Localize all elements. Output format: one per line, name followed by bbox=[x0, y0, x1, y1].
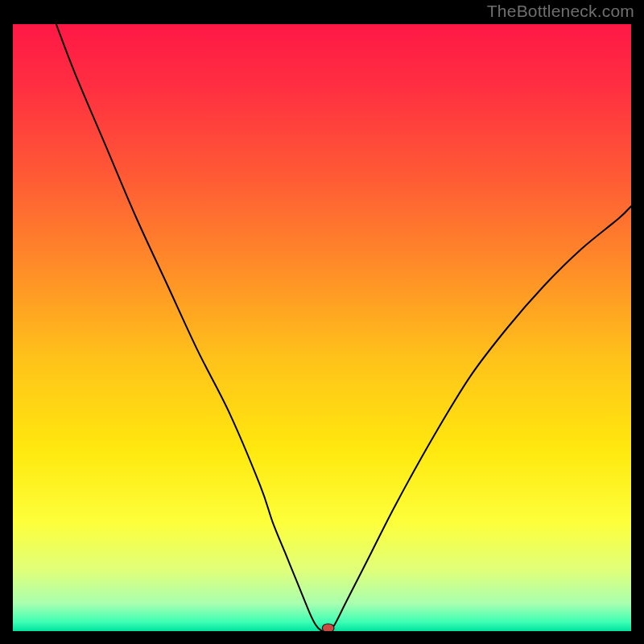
plot-area bbox=[13, 24, 631, 631]
watermark-text: TheBottleneck.com bbox=[487, 2, 634, 21]
chart-frame bbox=[8, 19, 636, 636]
bottleneck-curve bbox=[13, 24, 631, 631]
current-config-marker bbox=[322, 624, 334, 631]
